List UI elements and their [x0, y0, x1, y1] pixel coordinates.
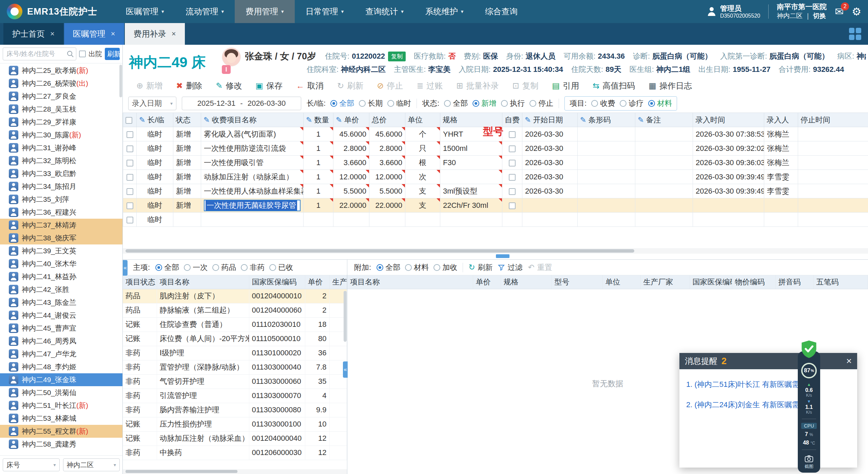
toolbar-button[interactable]: ← 取消 — [296, 80, 324, 91]
patient-list-item[interactable]: 神内二38_饶庆军 — [0, 232, 122, 244]
switch-ward-button[interactable]: 切换 — [813, 12, 826, 20]
chargeable-item-row[interactable]: 非药 气管切开护理 011303000060 35 — [123, 374, 347, 389]
radio-option[interactable]: 停止 — [529, 98, 553, 108]
column-header[interactable]: 拼音码 — [775, 275, 813, 289]
reset-addon-button[interactable]: ↶ 重置 — [528, 262, 552, 273]
sidebar-scrollbar[interactable] — [119, 65, 122, 97]
patient-list-item[interactable]: 神内二34_陈招月 — [0, 180, 122, 193]
column-header[interactable]: 生产厂家 — [640, 275, 690, 289]
row-checkbox[interactable] — [127, 145, 133, 152]
date-to[interactable]: 2026-03-30 — [248, 99, 286, 108]
date-range-input[interactable]: 2025-12-31 - 2026-03-30 — [182, 97, 301, 110]
system-monitor-widget[interactable]: 87% ▲ 0.6 K/s ▼ 1.1 K/s CPU 7 % 48 °C — [798, 340, 820, 473]
grid-horizontal-scrollbar[interactable] — [123, 248, 868, 254]
column-header[interactable]: 项目名称 — [157, 275, 249, 289]
self-pay-checkbox[interactable] — [509, 202, 516, 209]
patient-list-item[interactable]: 神内二31_谢孙峰 — [0, 141, 122, 154]
scrollbar-thumb[interactable] — [126, 470, 237, 473]
grid-column-header[interactable]: 单位 — [405, 113, 440, 127]
radio-option[interactable]: 长期 — [359, 98, 383, 108]
ward-select[interactable]: 神内二区▾ — [63, 458, 120, 471]
date-from[interactable]: 2025-12-31 — [197, 99, 236, 108]
patient-list-item[interactable]: 神内二41_林益孙 — [0, 270, 122, 283]
toolbar-button[interactable]: ▦ 操作日志 — [649, 80, 692, 91]
chargeable-item-row[interactable]: 非药 置管护理（深静脉/动脉） 011303000040 7.8 — [123, 360, 347, 374]
radio-option[interactable]: 材料 — [405, 262, 429, 273]
patient-list-item[interactable]: 神内二32_陈明松 — [0, 154, 122, 167]
patient-list-item[interactable]: 神内二29_罗祥康 — [0, 116, 122, 129]
grid-column-header[interactable]: 停止时间 — [798, 113, 868, 127]
toolbar-button[interactable]: ⇆ 高值扫码 — [593, 80, 635, 91]
grid-column-header[interactable]: ✎数量 — [304, 113, 333, 127]
chargeable-item-row[interactable]: 药品 静脉输液（第二组起） 001204000060 2 — [123, 303, 347, 317]
horizontal-scrollbar[interactable] — [123, 469, 347, 474]
column-header[interactable]: 项目状态 — [123, 275, 157, 289]
menu-item[interactable]: 系统维护 ▾ — [414, 0, 475, 23]
scrollbar-thumb[interactable] — [126, 249, 634, 253]
message-link[interactable]: 1. (神内二51床)叶长江 有新医嘱需要处 — [686, 379, 850, 390]
patient-list-item[interactable]: 神内二45_曹声宜 — [0, 322, 122, 335]
chargeable-item-row[interactable]: 非药 中换药 001206000030 12 — [123, 446, 347, 460]
refresh-addon-button[interactable]: ↻ 刷新 — [468, 262, 493, 273]
patient-list-item[interactable]: 神内二33_欧启黔 — [0, 167, 122, 180]
date-field-select[interactable]: 录入日期▾ — [128, 97, 176, 110]
toolbar-button[interactable]: ▤ 引用 — [552, 80, 579, 91]
patient-list-item[interactable]: 神内二36_程建兴 — [0, 206, 122, 219]
tab[interactable]: 医嘱管理 × — [64, 23, 124, 45]
self-pay-checkbox[interactable] — [509, 145, 516, 152]
close-icon[interactable]: × — [172, 29, 176, 38]
row-checkbox[interactable] — [127, 202, 133, 209]
grid-column-header[interactable]: ✎收费项目名称 — [201, 113, 304, 127]
discharge-checkbox[interactable] — [79, 51, 86, 57]
copy-button[interactable]: 复制 — [388, 52, 406, 61]
grid-column-header[interactable]: ✎长/临 — [137, 113, 173, 127]
column-header[interactable]: 国家医保编码 — [690, 275, 732, 289]
chargeable-item-row[interactable]: 记账 动脉加压注射（动脉采血） 001204000040 12 — [123, 431, 347, 446]
radio-option[interactable]: 加收 — [433, 262, 457, 273]
grid-column-header[interactable]: ✎备注 — [635, 113, 693, 127]
self-pay-checkbox[interactable] — [509, 174, 516, 181]
patient-list-item[interactable]: 神内二25_欧孝炳(新) — [0, 64, 122, 77]
toolbar-button[interactable]: ✖ 删除 — [176, 80, 202, 91]
patient-list-item[interactable]: 神内二35_刘萍 — [0, 193, 122, 206]
radio-option[interactable]: 全部 — [330, 98, 354, 108]
filter-addon-button[interactable]: 过滤 — [498, 262, 522, 273]
chargeable-item-row[interactable]: 记账 床位费（单人间）-20平方米及 011105000010 80 — [123, 332, 347, 346]
column-header[interactable]: 五笔码 — [813, 275, 868, 289]
messages-icon[interactable]: ✉2 — [835, 6, 844, 17]
row-checkbox[interactable] — [127, 217, 133, 223]
fee-grid-row[interactable]: 临时 新增 一次性使用防逆流引流袋 1 2.8000 2.8000 只 1500… — [123, 141, 868, 156]
column-header[interactable]: 单价 — [305, 275, 329, 289]
column-header[interactable]: 生产厂家 — [329, 275, 347, 289]
patient-list-item[interactable]: 神内二58_龚建秀 — [0, 438, 122, 451]
toolbar-button[interactable]: ▣ 保存 — [255, 80, 283, 91]
radio-option[interactable]: 诊疗 — [620, 98, 643, 108]
row-checkbox[interactable] — [127, 131, 133, 138]
row-checkbox[interactable] — [127, 174, 133, 181]
column-header[interactable]: 单位 — [602, 275, 640, 289]
grid-column-header[interactable]: 录入时间 — [693, 113, 764, 127]
toolbar-button[interactable]: ⊘ 停止 — [377, 80, 403, 91]
patient-list-item[interactable]: 神内二28_吴玉枝 — [0, 103, 122, 116]
patient-list-item[interactable]: 神内二46_周秀凤 — [0, 335, 122, 348]
fee-grid-row[interactable]: 临时 新增 一次性使用人体动脉血样采集器 1 5.5000 5.5000 支 3… — [123, 184, 868, 198]
radio-option[interactable]: 新增 — [472, 98, 496, 108]
grid-column-header[interactable]: 总价 — [369, 113, 405, 127]
radio-option[interactable]: 收费 — [591, 98, 615, 108]
column-header[interactable]: 物价编码 — [732, 275, 775, 289]
toolbar-button[interactable]: ≣ 过账 — [417, 80, 443, 91]
patient-list-item[interactable]: 神内二40_张木华 — [0, 257, 122, 270]
toolbar-button[interactable]: ⊞ 批量补录 — [456, 80, 499, 91]
patient-list-item[interactable]: 神内二42_张胜 — [0, 283, 122, 296]
column-header[interactable]: 项目名称 — [347, 275, 473, 289]
toolbar-button[interactable]: ⊡ 复制 — [512, 80, 538, 91]
menu-item[interactable]: 费用管理 ▾ — [235, 0, 295, 23]
radio-option[interactable]: 执行 — [501, 98, 525, 108]
column-header[interactable]: 规格 — [501, 275, 552, 289]
patient-search-input[interactable] — [3, 47, 76, 60]
radio-option[interactable]: 全部 — [444, 98, 468, 108]
column-header[interactable]: 型号 — [552, 275, 602, 289]
radio-option[interactable]: 药品 — [212, 262, 236, 273]
toolbar-button[interactable]: ✎ 修改 — [216, 80, 242, 91]
patient-list-item[interactable]: 神内二37_林靖涛 — [0, 219, 122, 232]
